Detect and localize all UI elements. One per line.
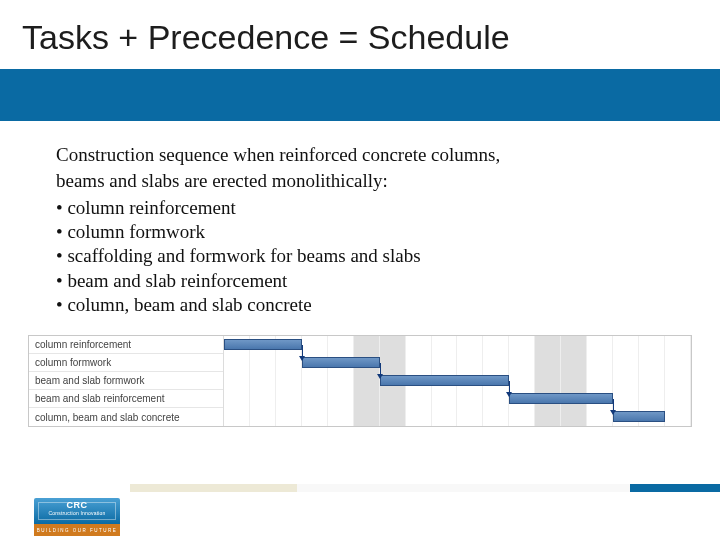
logo-sub-text: Construction Innovation: [34, 510, 120, 516]
intro-line: beams and slabs are erected monolithical…: [56, 169, 664, 193]
footer: CRC Construction Innovation BUILDING OUR…: [0, 478, 720, 540]
gantt-timeline: [224, 336, 691, 426]
gantt-label-row: beam and slab reinforcement: [29, 390, 223, 408]
footer-stripe: [130, 484, 720, 492]
gantt-label-row: column reinforcement: [29, 336, 223, 354]
title-block: Tasks + Precedence = Schedule: [0, 0, 720, 69]
intro-line: Construction sequence when reinforced co…: [56, 143, 664, 167]
page-title: Tasks + Precedence = Schedule: [22, 18, 698, 57]
gantt-bar: [224, 339, 302, 350]
gantt-labels: column reinforcement column formwork bea…: [29, 336, 224, 426]
gantt-chart: column reinforcement column formwork bea…: [28, 335, 692, 427]
body-text: Construction sequence when reinforced co…: [0, 121, 720, 327]
gantt-label-row: beam and slab formwork: [29, 372, 223, 390]
bullet-item: • beam and slab reinforcement: [56, 269, 664, 293]
bullet-item: • column reinforcement: [56, 196, 664, 220]
gantt-bar: [509, 393, 613, 404]
gantt-bar: [302, 357, 380, 368]
bullet-item: • column, beam and slab concrete: [56, 293, 664, 317]
header-bar: [0, 69, 720, 121]
gantt-label-row: column formwork: [29, 354, 223, 372]
gantt-bar: [380, 375, 510, 386]
gantt-label-row: column, beam and slab concrete: [29, 408, 223, 426]
logo-crc-text: CRC: [34, 498, 120, 510]
logo-tagline: BUILDING OUR FUTURE: [37, 528, 118, 533]
bullet-item: • scaffolding and formwork for beams and…: [56, 244, 664, 268]
gantt-bar: [613, 411, 665, 422]
crc-logo: CRC Construction Innovation BUILDING OUR…: [34, 498, 120, 536]
bullet-item: • column formwork: [56, 220, 664, 244]
